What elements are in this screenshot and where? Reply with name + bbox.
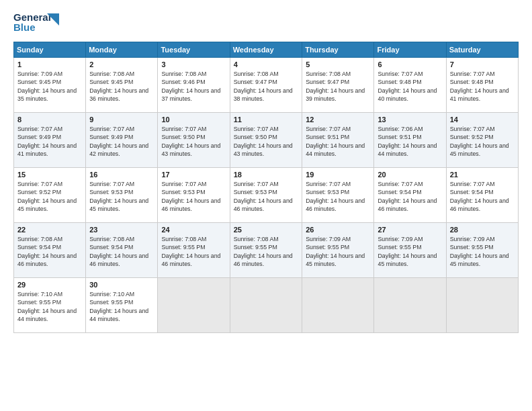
day-info: Sunrise: 7:07 AMSunset: 9:50 PMDaylight:… <box>234 125 298 158</box>
week-row-3: 15Sunrise: 7:07 AMSunset: 9:52 PMDayligh… <box>14 168 519 223</box>
day-info: Sunrise: 7:08 AMSunset: 9:55 PMDaylight:… <box>234 235 298 268</box>
calendar-cell: 10Sunrise: 7:07 AMSunset: 9:50 PMDayligh… <box>158 113 230 168</box>
day-info: Sunrise: 7:07 AMSunset: 9:54 PMDaylight:… <box>450 180 515 213</box>
weekday-header-sunday: Sunday <box>14 42 86 58</box>
day-info: Sunrise: 7:09 AMSunset: 9:55 PMDaylight:… <box>306 235 370 268</box>
day-info: Sunrise: 7:08 AMSunset: 9:47 PMDaylight:… <box>234 70 298 103</box>
calendar-cell: 24Sunrise: 7:08 AMSunset: 9:55 PMDayligh… <box>158 223 230 278</box>
day-number: 18 <box>234 171 298 179</box>
day-number: 7 <box>450 60 515 68</box>
day-info: Sunrise: 7:07 AMSunset: 9:53 PMDaylight:… <box>89 180 154 213</box>
calendar-cell: 23Sunrise: 7:08 AMSunset: 9:54 PMDayligh… <box>86 223 158 278</box>
day-info: Sunrise: 7:07 AMSunset: 9:48 PMDaylight:… <box>450 70 515 103</box>
day-info: Sunrise: 7:10 AMSunset: 9:55 PMDaylight:… <box>89 290 154 323</box>
day-info: Sunrise: 7:07 AMSunset: 9:53 PMDaylight:… <box>306 180 370 213</box>
calendar-cell: 22Sunrise: 7:08 AMSunset: 9:54 PMDayligh… <box>14 223 86 278</box>
weekday-header-wednesday: Wednesday <box>230 42 302 58</box>
day-number: 1 <box>17 60 82 68</box>
calendar-cell: 15Sunrise: 7:07 AMSunset: 9:52 PMDayligh… <box>14 168 86 223</box>
day-number: 13 <box>378 116 442 124</box>
calendar-cell: 20Sunrise: 7:07 AMSunset: 9:54 PMDayligh… <box>374 168 446 223</box>
calendar-cell <box>374 278 446 333</box>
weekday-header-tuesday: Tuesday <box>158 42 230 58</box>
day-info: Sunrise: 7:07 AMSunset: 9:52 PMDaylight:… <box>450 125 515 158</box>
day-info: Sunrise: 7:09 AMSunset: 9:45 PMDaylight:… <box>17 70 82 103</box>
day-info: Sunrise: 7:07 AMSunset: 9:53 PMDaylight:… <box>161 180 226 213</box>
day-info: Sunrise: 7:08 AMSunset: 9:47 PMDaylight:… <box>306 70 370 103</box>
calendar-cell: 21Sunrise: 7:07 AMSunset: 9:54 PMDayligh… <box>446 168 518 223</box>
day-info: Sunrise: 7:08 AMSunset: 9:55 PMDaylight:… <box>161 235 226 268</box>
day-info: Sunrise: 7:07 AMSunset: 9:49 PMDaylight:… <box>89 125 154 158</box>
day-number: 12 <box>306 116 370 124</box>
day-number: 20 <box>378 171 442 179</box>
calendar-cell: 11Sunrise: 7:07 AMSunset: 9:50 PMDayligh… <box>230 113 302 168</box>
calendar-cell: 12Sunrise: 7:07 AMSunset: 9:51 PMDayligh… <box>302 113 374 168</box>
day-number: 14 <box>450 116 515 124</box>
logo: GeneralBlue <box>13 11 60 35</box>
day-number: 29 <box>17 281 82 289</box>
weekday-header-monday: Monday <box>86 42 158 58</box>
day-number: 30 <box>89 281 154 289</box>
day-number: 6 <box>378 60 442 68</box>
calendar-page: GeneralBlue SundayMondayTuesdayWednesday… <box>0 0 532 411</box>
calendar-cell: 13Sunrise: 7:06 AMSunset: 9:51 PMDayligh… <box>374 113 446 168</box>
day-number: 15 <box>17 171 82 179</box>
day-number: 23 <box>89 226 154 234</box>
day-number: 21 <box>450 171 515 179</box>
day-number: 16 <box>89 171 154 179</box>
weekday-header-thursday: Thursday <box>302 42 374 58</box>
day-info: Sunrise: 7:06 AMSunset: 9:51 PMDaylight:… <box>378 125 442 158</box>
calendar-cell <box>446 278 518 333</box>
day-info: Sunrise: 7:09 AMSunset: 9:55 PMDaylight:… <box>450 235 515 268</box>
week-row-2: 8Sunrise: 7:07 AMSunset: 9:49 PMDaylight… <box>14 113 519 168</box>
week-row-1: 1Sunrise: 7:09 AMSunset: 9:45 PMDaylight… <box>14 58 519 113</box>
day-number: 5 <box>306 60 370 68</box>
day-info: Sunrise: 7:10 AMSunset: 9:55 PMDaylight:… <box>17 290 82 323</box>
calendar-cell: 26Sunrise: 7:09 AMSunset: 9:55 PMDayligh… <box>302 223 374 278</box>
day-number: 9 <box>89 116 154 124</box>
calendar-cell: 27Sunrise: 7:09 AMSunset: 9:55 PMDayligh… <box>374 223 446 278</box>
day-info: Sunrise: 7:09 AMSunset: 9:55 PMDaylight:… <box>378 235 442 268</box>
day-number: 24 <box>161 226 226 234</box>
header: GeneralBlue <box>13 11 519 35</box>
weekday-header-friday: Friday <box>374 42 446 58</box>
calendar-cell: 25Sunrise: 7:08 AMSunset: 9:55 PMDayligh… <box>230 223 302 278</box>
day-info: Sunrise: 7:07 AMSunset: 9:48 PMDaylight:… <box>378 70 442 103</box>
calendar-cell: 29Sunrise: 7:10 AMSunset: 9:55 PMDayligh… <box>14 278 86 333</box>
calendar-cell: 28Sunrise: 7:09 AMSunset: 9:55 PMDayligh… <box>446 223 518 278</box>
week-row-5: 29Sunrise: 7:10 AMSunset: 9:55 PMDayligh… <box>14 278 519 333</box>
calendar-cell: 8Sunrise: 7:07 AMSunset: 9:49 PMDaylight… <box>14 113 86 168</box>
svg-text:Blue: Blue <box>13 21 36 33</box>
calendar-cell: 5Sunrise: 7:08 AMSunset: 9:47 PMDaylight… <box>302 58 374 113</box>
calendar-cell: 1Sunrise: 7:09 AMSunset: 9:45 PMDaylight… <box>14 58 86 113</box>
week-row-4: 22Sunrise: 7:08 AMSunset: 9:54 PMDayligh… <box>14 223 519 278</box>
day-number: 11 <box>234 116 298 124</box>
calendar-cell: 18Sunrise: 7:07 AMSunset: 9:53 PMDayligh… <box>230 168 302 223</box>
day-number: 2 <box>89 60 154 68</box>
day-info: Sunrise: 7:08 AMSunset: 9:46 PMDaylight:… <box>161 70 226 103</box>
day-number: 3 <box>161 60 226 68</box>
day-number: 17 <box>161 171 226 179</box>
day-info: Sunrise: 7:07 AMSunset: 9:53 PMDaylight:… <box>234 180 298 213</box>
day-number: 26 <box>306 226 370 234</box>
day-number: 19 <box>306 171 370 179</box>
day-number: 28 <box>450 226 515 234</box>
day-info: Sunrise: 7:07 AMSunset: 9:49 PMDaylight:… <box>17 125 82 158</box>
calendar-cell: 6Sunrise: 7:07 AMSunset: 9:48 PMDaylight… <box>374 58 446 113</box>
day-info: Sunrise: 7:08 AMSunset: 9:54 PMDaylight:… <box>17 235 82 268</box>
day-info: Sunrise: 7:07 AMSunset: 9:52 PMDaylight:… <box>17 180 82 213</box>
calendar-cell: 17Sunrise: 7:07 AMSunset: 9:53 PMDayligh… <box>158 168 230 223</box>
weekday-header-saturday: Saturday <box>446 42 518 58</box>
day-number: 4 <box>234 60 298 68</box>
weekday-header-row: SundayMondayTuesdayWednesdayThursdayFrid… <box>14 42 519 58</box>
calendar-cell: 2Sunrise: 7:08 AMSunset: 9:45 PMDaylight… <box>86 58 158 113</box>
calendar-cell <box>302 278 374 333</box>
calendar-cell: 14Sunrise: 7:07 AMSunset: 9:52 PMDayligh… <box>446 113 518 168</box>
calendar-cell: 19Sunrise: 7:07 AMSunset: 9:53 PMDayligh… <box>302 168 374 223</box>
day-info: Sunrise: 7:07 AMSunset: 9:50 PMDaylight:… <box>161 125 226 158</box>
calendar-cell <box>230 278 302 333</box>
calendar-cell: 9Sunrise: 7:07 AMSunset: 9:49 PMDaylight… <box>86 113 158 168</box>
day-number: 8 <box>17 116 82 124</box>
calendar-cell: 4Sunrise: 7:08 AMSunset: 9:47 PMDaylight… <box>230 58 302 113</box>
day-number: 10 <box>161 116 226 124</box>
